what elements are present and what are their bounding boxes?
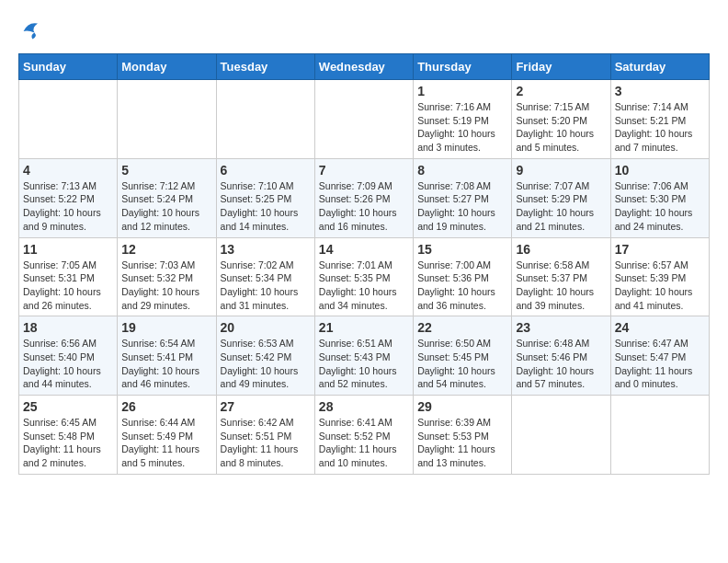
- calendar-cell: 14Sunrise: 7:01 AM Sunset: 5:35 PM Dayli…: [314, 237, 413, 316]
- calendar-cell: 21Sunrise: 6:51 AM Sunset: 5:43 PM Dayli…: [314, 316, 413, 396]
- day-info: Sunrise: 7:09 AM Sunset: 5:26 PM Dayligh…: [319, 179, 409, 234]
- logo: [18, 18, 48, 44]
- calendar-cell: 16Sunrise: 6:58 AM Sunset: 5:37 PM Dayli…: [512, 237, 610, 316]
- day-info: Sunrise: 7:07 AM Sunset: 5:29 PM Dayligh…: [516, 179, 606, 234]
- calendar-cell: 27Sunrise: 6:42 AM Sunset: 5:51 PM Dayli…: [216, 396, 314, 475]
- calendar-cell: [19, 80, 118, 159]
- day-info: Sunrise: 7:01 AM Sunset: 5:35 PM Dayligh…: [319, 259, 409, 313]
- day-info: Sunrise: 6:39 AM Sunset: 5:53 PM Dayligh…: [417, 416, 507, 470]
- calendar-cell: 22Sunrise: 6:50 AM Sunset: 5:45 PM Dayli…: [414, 316, 512, 396]
- calendar-cell: 1Sunrise: 7:16 AM Sunset: 5:19 PM Daylig…: [414, 80, 512, 159]
- day-info: Sunrise: 6:57 AM Sunset: 5:39 PM Dayligh…: [615, 259, 705, 313]
- day-number: 26: [121, 399, 211, 414]
- day-number: 17: [615, 242, 705, 257]
- day-number: 18: [23, 320, 113, 335]
- day-number: 12: [121, 242, 211, 257]
- calendar-cell: [314, 80, 413, 159]
- day-info: Sunrise: 7:13 AM Sunset: 5:22 PM Dayligh…: [23, 179, 113, 234]
- day-info: Sunrise: 7:16 AM Sunset: 5:19 PM Dayligh…: [417, 100, 507, 155]
- day-number: 2: [516, 84, 606, 98]
- day-number: 14: [319, 242, 409, 257]
- day-number: 15: [417, 242, 507, 257]
- calendar-cell: 18Sunrise: 6:56 AM Sunset: 5:40 PM Dayli…: [19, 316, 118, 396]
- calendar-cell: 24Sunrise: 6:47 AM Sunset: 5:47 PM Dayli…: [610, 316, 709, 396]
- day-number: 24: [615, 320, 705, 335]
- day-info: Sunrise: 7:02 AM Sunset: 5:34 PM Dayligh…: [221, 259, 311, 313]
- calendar-cell: 29Sunrise: 6:39 AM Sunset: 5:53 PM Dayli…: [414, 396, 512, 475]
- day-number: 8: [417, 163, 507, 178]
- day-number: 9: [516, 163, 606, 178]
- calendar-cell: 6Sunrise: 7:10 AM Sunset: 5:25 PM Daylig…: [216, 158, 314, 237]
- day-number: 13: [221, 242, 311, 257]
- column-header-wednesday: Wednesday: [314, 54, 413, 80]
- day-info: Sunrise: 7:06 AM Sunset: 5:30 PM Dayligh…: [615, 179, 705, 234]
- calendar-table: SundayMondayTuesdayWednesdayThursdayFrid…: [18, 53, 710, 475]
- column-header-friday: Friday: [512, 54, 610, 80]
- calendar-cell: 4Sunrise: 7:13 AM Sunset: 5:22 PM Daylig…: [19, 158, 118, 237]
- day-info: Sunrise: 7:03 AM Sunset: 5:32 PM Dayligh…: [121, 259, 211, 313]
- day-info: Sunrise: 6:58 AM Sunset: 5:37 PM Dayligh…: [516, 259, 606, 313]
- calendar-cell: 17Sunrise: 6:57 AM Sunset: 5:39 PM Dayli…: [610, 237, 709, 316]
- calendar-cell: 28Sunrise: 6:41 AM Sunset: 5:52 PM Dayli…: [314, 396, 413, 475]
- day-info: Sunrise: 6:47 AM Sunset: 5:47 PM Dayligh…: [615, 337, 705, 391]
- day-number: 19: [121, 320, 211, 335]
- calendar-cell: 20Sunrise: 6:53 AM Sunset: 5:42 PM Dayli…: [216, 316, 314, 396]
- day-number: 16: [516, 242, 606, 257]
- day-number: 10: [615, 163, 705, 178]
- day-number: 11: [23, 242, 113, 257]
- day-info: Sunrise: 7:14 AM Sunset: 5:21 PM Dayligh…: [615, 100, 705, 155]
- day-info: Sunrise: 6:41 AM Sunset: 5:52 PM Dayligh…: [319, 416, 409, 470]
- calendar-cell: 15Sunrise: 7:00 AM Sunset: 5:36 PM Dayli…: [414, 237, 512, 316]
- column-header-saturday: Saturday: [610, 54, 709, 80]
- day-info: Sunrise: 6:56 AM Sunset: 5:40 PM Dayligh…: [23, 337, 113, 391]
- calendar-cell: 7Sunrise: 7:09 AM Sunset: 5:26 PM Daylig…: [314, 158, 413, 237]
- day-info: Sunrise: 6:42 AM Sunset: 5:51 PM Dayligh…: [221, 416, 311, 470]
- calendar-cell: [610, 396, 709, 475]
- calendar-cell: 23Sunrise: 6:48 AM Sunset: 5:46 PM Dayli…: [512, 316, 610, 396]
- calendar-cell: 25Sunrise: 6:45 AM Sunset: 5:48 PM Dayli…: [19, 396, 118, 475]
- calendar-cell: 3Sunrise: 7:14 AM Sunset: 5:21 PM Daylig…: [610, 80, 709, 159]
- day-number: 3: [615, 84, 705, 98]
- calendar-cell: 10Sunrise: 7:06 AM Sunset: 5:30 PM Dayli…: [610, 158, 709, 237]
- day-number: 25: [23, 399, 113, 414]
- day-info: Sunrise: 6:44 AM Sunset: 5:49 PM Dayligh…: [121, 416, 211, 470]
- calendar-cell: 9Sunrise: 7:07 AM Sunset: 5:29 PM Daylig…: [512, 158, 610, 237]
- day-number: 5: [121, 163, 211, 178]
- calendar-cell: [512, 396, 610, 475]
- day-number: 23: [516, 320, 606, 335]
- day-number: 4: [23, 163, 113, 178]
- column-header-sunday: Sunday: [19, 54, 118, 80]
- day-number: 7: [319, 163, 409, 178]
- calendar-cell: 5Sunrise: 7:12 AM Sunset: 5:24 PM Daylig…: [118, 158, 216, 237]
- calendar-cell: [216, 80, 314, 159]
- day-number: 28: [319, 399, 409, 414]
- day-info: Sunrise: 6:50 AM Sunset: 5:45 PM Dayligh…: [417, 337, 507, 391]
- day-info: Sunrise: 7:10 AM Sunset: 5:25 PM Dayligh…: [221, 179, 311, 234]
- column-header-tuesday: Tuesday: [216, 54, 314, 80]
- column-header-monday: Monday: [118, 54, 216, 80]
- day-number: 27: [221, 399, 311, 414]
- day-info: Sunrise: 6:51 AM Sunset: 5:43 PM Dayligh…: [319, 337, 409, 391]
- day-info: Sunrise: 7:00 AM Sunset: 5:36 PM Dayligh…: [417, 259, 507, 313]
- day-number: 21: [319, 320, 409, 335]
- day-info: Sunrise: 7:15 AM Sunset: 5:20 PM Dayligh…: [516, 100, 606, 155]
- day-number: 20: [221, 320, 311, 335]
- day-number: 29: [417, 399, 507, 414]
- header-section: [18, 18, 710, 44]
- day-info: Sunrise: 7:12 AM Sunset: 5:24 PM Dayligh…: [121, 179, 211, 234]
- day-info: Sunrise: 6:53 AM Sunset: 5:42 PM Dayligh…: [221, 337, 311, 391]
- day-info: Sunrise: 6:45 AM Sunset: 5:48 PM Dayligh…: [23, 416, 113, 470]
- calendar-cell: 2Sunrise: 7:15 AM Sunset: 5:20 PM Daylig…: [512, 80, 610, 159]
- day-info: Sunrise: 7:05 AM Sunset: 5:31 PM Dayligh…: [23, 259, 113, 313]
- day-info: Sunrise: 6:48 AM Sunset: 5:46 PM Dayligh…: [516, 337, 606, 391]
- day-info: Sunrise: 7:08 AM Sunset: 5:27 PM Dayligh…: [417, 179, 507, 234]
- calendar-cell: 12Sunrise: 7:03 AM Sunset: 5:32 PM Dayli…: [118, 237, 216, 316]
- calendar-cell: [118, 80, 216, 159]
- calendar-cell: 11Sunrise: 7:05 AM Sunset: 5:31 PM Dayli…: [19, 237, 118, 316]
- calendar-cell: 13Sunrise: 7:02 AM Sunset: 5:34 PM Dayli…: [216, 237, 314, 316]
- column-header-thursday: Thursday: [414, 54, 512, 80]
- day-number: 6: [221, 163, 311, 178]
- calendar-cell: 19Sunrise: 6:54 AM Sunset: 5:41 PM Dayli…: [118, 316, 216, 396]
- logo-bird-icon: [18, 18, 44, 44]
- calendar-cell: 26Sunrise: 6:44 AM Sunset: 5:49 PM Dayli…: [118, 396, 216, 475]
